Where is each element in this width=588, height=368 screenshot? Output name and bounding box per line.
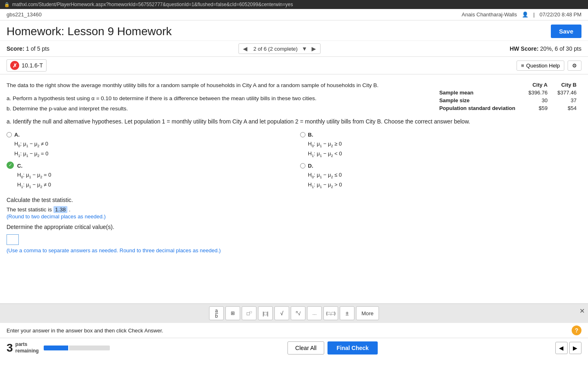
question-id: 10.1.6-T: [22, 62, 43, 69]
test-stat-value: 1.38: [53, 206, 67, 213]
top-header: gbs221_13460 Anais Chantharaj-Walls 👤 | …: [0, 9, 588, 20]
option-b-label: B.: [308, 132, 313, 138]
parts-label: partsremaining: [16, 341, 39, 354]
option-a-label: A.: [14, 132, 20, 138]
data-table: City A City B Sample mean $396.76 $377.4…: [434, 81, 581, 112]
table-row: Sample size 30 37: [434, 96, 581, 104]
critical-value-input[interactable]: [7, 234, 19, 245]
option-c-label: C.: [17, 163, 22, 169]
toolbar-close-btn[interactable]: ✕: [579, 307, 585, 315]
progress-empty: [69, 346, 110, 350]
critical-value-hint: (Use a comma to separate answers as need…: [7, 247, 581, 254]
save-button[interactable]: Save: [551, 25, 581, 38]
critical-value-label: Determine the appropriate critical value…: [7, 224, 581, 230]
question-help-button[interactable]: ≡ Question Help: [517, 61, 564, 71]
table-row: Population standard deviation $59 $54: [434, 104, 581, 112]
sqrt-btn[interactable]: √: [274, 306, 289, 320]
bottom-center: Clear All Final Check: [287, 341, 378, 355]
main-content: City A City B Sample mean $396.76 $377.4…: [0, 74, 588, 303]
parts-info: 3 partsremaining: [7, 341, 110, 355]
abs-value-btn[interactable]: |□|: [258, 306, 273, 320]
question-nav: ◀ 2 of 6 (2 complete) ▼ ▶: [238, 43, 320, 54]
mixed-number-btn[interactable]: ⊞: [225, 306, 240, 320]
final-check-button[interactable]: Final Check: [327, 341, 378, 355]
more-button[interactable]: More: [356, 306, 379, 320]
option-d-radio[interactable]: [300, 163, 305, 168]
datetime: 07/22/20 8:48 PM: [539, 11, 581, 18]
score-info: Score: 1 of 5 pts: [7, 45, 49, 52]
correct-check-icon: ✓: [7, 162, 14, 169]
lock-icon: 🔒: [4, 2, 10, 7]
col-city-a: City A: [523, 81, 552, 89]
option-d-label: D.: [308, 163, 313, 169]
prev-nav-btn[interactable]: ◀: [555, 342, 568, 354]
critical-value-section: Determine the appropriate critical value…: [7, 224, 581, 254]
help-button[interactable]: ?: [572, 325, 581, 335]
option-a: A. H0: μ1 − μ2 ≠ 0 H1: μ1 − μ2 = 0: [7, 130, 288, 159]
option-d: D. H0: μ1 − μ2 ≤ 0 H1: μ1 − μ2 > 0: [300, 162, 581, 190]
option-b-radio[interactable]: [300, 132, 305, 137]
user-icon: 👤: [522, 11, 528, 18]
test-stat-label: Calculate the test statistic.: [7, 197, 581, 203]
nth-root-btn[interactable]: n√: [291, 306, 305, 320]
option-c: ✓ C. H0: μ1 − μ2 = 0 H1: μ1 − μ2 ≠ 0: [7, 162, 288, 190]
identify-label: a. Identify the null and alternative hyp…: [7, 118, 581, 125]
option-b: B. H0: μ1 − μ2 ≥ 0 H1: μ1 − μ2 < 0: [300, 130, 581, 159]
gear-icon: ⚙: [572, 63, 577, 69]
question-help-area: ≡ Question Help ⚙: [517, 61, 581, 71]
option-a-radio[interactable]: [7, 132, 12, 137]
question-help-label: Question Help: [526, 63, 560, 69]
col-city-b: City B: [552, 81, 581, 89]
progress-track: [44, 346, 110, 350]
clear-all-button[interactable]: Clear All: [287, 341, 324, 355]
next-question-btn[interactable]: ▶: [310, 45, 318, 53]
bottom-bar: 3 partsremaining Clear All Final Check ◀…: [0, 338, 588, 358]
hw-title-bar: Homework: Lesson 9 Homework Save: [0, 20, 588, 41]
fraction-btn[interactable]: ab: [209, 306, 224, 320]
question-id-badge: ✗ 10.1.6-T: [7, 59, 47, 72]
list-icon: ≡: [521, 63, 524, 69]
score-bar: Score: 1 of 5 pts ◀ 2 of 6 (2 complete) …: [0, 41, 588, 57]
score-label: Score:: [7, 45, 24, 52]
plus-minus-btn[interactable]: ±: [340, 306, 354, 320]
parts-number: 3: [7, 341, 13, 355]
hw-score-label: HW Score:: [510, 45, 539, 52]
identify-text: a. Identify the null and alternative hyp…: [7, 118, 581, 125]
test-stat-prefix: The test statistic is: [7, 206, 52, 213]
interval-btn[interactable]: (□,□): [323, 306, 338, 320]
settings-button[interactable]: ⚙: [568, 61, 581, 71]
math-toolbar: ab ⊞ □□ |□| √ n√ … (□,□) ± More ✕: [0, 303, 588, 323]
hw-score: HW Score: 20%, 6 of 30 pts: [510, 45, 581, 52]
dropdown-icon[interactable]: ▼: [302, 45, 307, 52]
dots-btn[interactable]: …: [307, 306, 322, 320]
browser-bar: 🔒 mathxl.com/Student/PlayerHomework.aspx…: [0, 0, 588, 9]
options-grid: A. H0: μ1 − μ2 ≠ 0 H1: μ1 − μ2 = 0 B. H0…: [7, 130, 581, 190]
table-row: Sample mean $396.76 $377.46: [434, 89, 581, 96]
test-stat-section: Calculate the test statistic. The test s…: [7, 197, 581, 220]
username: Anais Chantharaj-Walls: [462, 11, 517, 18]
answer-bar: Enter your answer in the answer box and …: [0, 323, 588, 338]
superscript-btn[interactable]: □□: [242, 306, 256, 320]
answer-bar-text: Enter your answer in the answer box and …: [7, 328, 163, 334]
user-info: Anais Chantharaj-Walls 👤 | 07/22/20 8:48…: [462, 11, 581, 18]
hw-title: Homework: Lesson 9 Homework: [7, 25, 172, 38]
prev-question-btn[interactable]: ◀: [241, 45, 249, 53]
nav-label: 2 of 6 (2 complete): [252, 46, 299, 52]
test-stat-hint: (Round to two decimal places as needed.): [7, 213, 581, 220]
test-stat-line: The test statistic is 1.38 .: [7, 206, 581, 213]
browser-url: mathxl.com/Student/PlayerHomework.aspx?h…: [12, 2, 293, 7]
bottom-nav: ◀ ▶: [555, 342, 581, 354]
question-badge-icon: ✗: [10, 61, 19, 70]
next-nav-btn[interactable]: ▶: [569, 342, 581, 354]
hw-score-value: 20%, 6 of 30 pts: [540, 45, 581, 52]
question-header: ✗ 10.1.6-T ≡ Question Help ⚙: [0, 57, 588, 74]
course-id: gbs221_13460: [7, 11, 42, 18]
progress-filled: [44, 346, 68, 350]
score-value: 1 of 5 pts: [26, 45, 49, 52]
